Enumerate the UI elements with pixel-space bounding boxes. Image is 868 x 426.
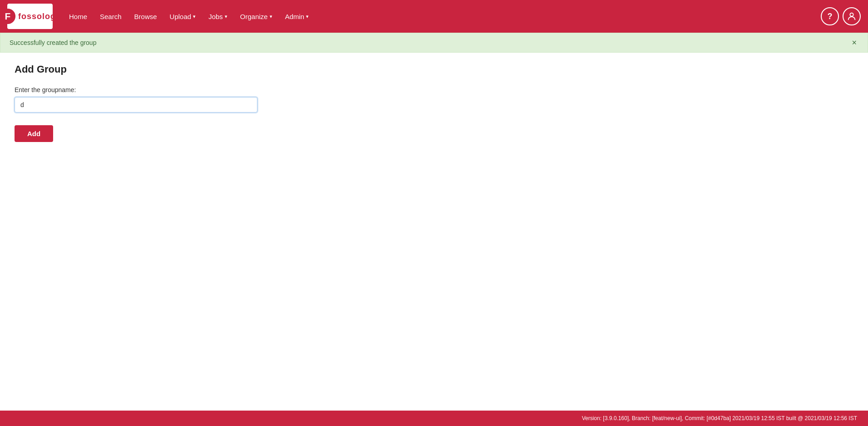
user-button[interactable]	[843, 7, 861, 25]
groupname-form-group: Enter the groupname:	[15, 86, 853, 113]
main-content: Add Group Enter the groupname: Add	[0, 53, 868, 411]
nav-jobs[interactable]: Jobs ▾	[203, 9, 233, 24]
admin-dropdown-arrow: ▾	[306, 14, 309, 20]
page-title: Add Group	[15, 64, 853, 75]
logo-container: F fossology	[7, 4, 53, 29]
svg-point-2	[850, 13, 853, 16]
alert-close-button[interactable]: ×	[850, 39, 858, 47]
add-button[interactable]: Add	[15, 125, 53, 142]
nav-upload[interactable]: Upload ▾	[164, 9, 202, 24]
user-icon	[847, 11, 857, 21]
svg-text:F: F	[5, 11, 11, 21]
organize-dropdown-arrow: ▾	[270, 14, 272, 20]
help-button[interactable]: ?	[821, 7, 839, 25]
navbar: F fossology Home Search Browse Upload ▾ …	[0, 0, 868, 33]
logo-text: F fossology	[0, 8, 61, 25]
navbar-right: ?	[821, 7, 861, 25]
nav-search[interactable]: Search	[94, 9, 127, 24]
alert-message: Successfully created the group	[10, 39, 96, 46]
success-alert: Successfully created the group ×	[0, 33, 868, 53]
nav-admin[interactable]: Admin ▾	[280, 9, 315, 24]
footer: Version: [3.9.0.160], Branch: [feat/new-…	[0, 411, 868, 426]
version-text: Version: [3.9.0.160], Branch: [feat/new-…	[582, 415, 857, 421]
nav-links: Home Search Browse Upload ▾ Jobs ▾ Organ…	[64, 9, 821, 24]
brand: F fossology	[7, 4, 53, 29]
fossology-logo-icon: F	[0, 8, 16, 25]
brand-name: fossology	[18, 12, 61, 21]
nav-home[interactable]: Home	[64, 9, 93, 24]
groupname-label: Enter the groupname:	[15, 86, 853, 93]
upload-dropdown-arrow: ▾	[193, 14, 196, 20]
groupname-input[interactable]	[15, 97, 257, 113]
nav-browse[interactable]: Browse	[129, 9, 163, 24]
nav-organize[interactable]: Organize ▾	[235, 9, 278, 24]
jobs-dropdown-arrow: ▾	[225, 14, 227, 20]
